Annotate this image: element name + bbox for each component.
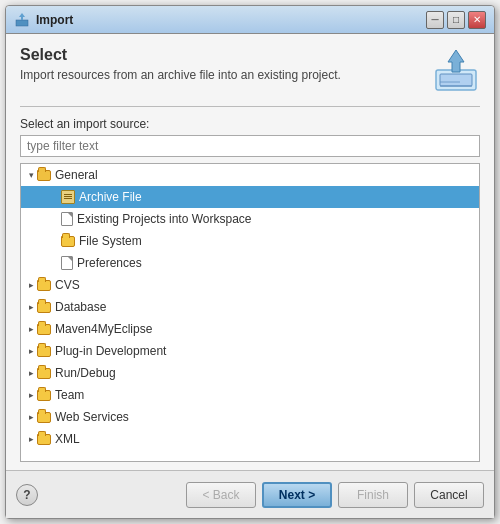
tree-arrow-existing [49,213,61,225]
tree-item-database[interactable]: Database [21,296,479,318]
svg-marker-4 [448,50,464,72]
tree-item-plugin-dev[interactable]: Plug-in Development [21,340,479,362]
folder-closed-icon-maven [37,324,51,335]
header-import-icon [432,46,480,94]
tree-item-cvs[interactable]: CVS [21,274,479,296]
folder-closed-icon-xml [37,434,51,445]
finish-button[interactable]: Finish [338,482,408,508]
title-bar-left: Import [14,12,73,28]
tree-item-preferences[interactable]: Preferences [21,252,479,274]
header-text: Select Import resources from an archive … [20,46,422,82]
folder-closed-icon-run-debug [37,368,51,379]
header-description: Import resources from an archive file in… [20,68,422,82]
tree-label-preferences: Preferences [77,256,142,270]
title-bar: Import ─ □ ✕ [6,6,494,34]
tree-label-existing-projects: Existing Projects into Workspace [77,212,252,226]
svg-marker-1 [19,13,25,20]
tree-arrow-web-services [25,411,37,423]
tree-arrow-cvs [25,279,37,291]
tree-container[interactable]: General Archive File Existing Projects i… [20,163,480,462]
tree-item-team[interactable]: Team [21,384,479,406]
import-dialog: Import ─ □ ✕ Select Import resources fro… [5,5,495,519]
tree-label-team: Team [55,388,84,402]
tree-item-file-system[interactable]: File System [21,230,479,252]
header-section: Select Import resources from an archive … [20,46,480,94]
tree-item-archive-file[interactable]: Archive File [21,186,479,208]
footer-left: ? [16,484,38,506]
tree-label-cvs: CVS [55,278,80,292]
filter-input[interactable] [20,135,480,157]
cancel-button[interactable]: Cancel [414,482,484,508]
header-title: Select [20,46,422,64]
dialog-footer: ? < Back Next > Finish Cancel [6,470,494,518]
tree-arrow-filesystem [49,235,61,247]
tree-label-maven: Maven4MyEclipse [55,322,152,336]
footer-buttons: < Back Next > Finish Cancel [186,482,484,508]
tree-arrow-plugin [25,345,37,357]
folder-closed-icon-plugin [37,346,51,357]
tree-arrow-run-debug [25,367,37,379]
folder-closed-icon-web-services [37,412,51,423]
tree-label-run-debug: Run/Debug [55,366,116,380]
help-button[interactable]: ? [16,484,38,506]
header-separator [20,106,480,107]
next-button[interactable]: Next > [262,482,332,508]
folder-closed-icon-team [37,390,51,401]
maximize-button[interactable]: □ [447,11,465,29]
tree-item-web-services[interactable]: Web Services [21,406,479,428]
tree-label-database: Database [55,300,106,314]
title-bar-buttons: ─ □ ✕ [426,11,486,29]
folder-closed-icon-database [37,302,51,313]
dialog-content: Select Import resources from an archive … [6,34,494,470]
close-button[interactable]: ✕ [468,11,486,29]
tree-label-xml: XML [55,432,80,446]
back-button[interactable]: < Back [186,482,256,508]
tree-item-general[interactable]: General [21,164,479,186]
minimize-button[interactable]: ─ [426,11,444,29]
tree-label-file-system: File System [79,234,142,248]
file-icon-preferences [61,256,73,270]
tree-arrow-archive [49,191,61,203]
tree-item-xml[interactable]: XML [21,428,479,450]
tree-arrow-xml [25,433,37,445]
tree-arrow-preferences [49,257,61,269]
tree-arrow-general [25,169,37,181]
folder-open-icon [37,170,51,181]
tree-item-run-debug[interactable]: Run/Debug [21,362,479,384]
window-icon [14,12,30,28]
tree-label-web-services: Web Services [55,410,129,424]
tree-label-archive-file: Archive File [79,190,142,204]
folder-closed-icon-cvs [37,280,51,291]
file-icon-existing [61,212,73,226]
folder-closed-icon-filesystem [61,236,75,247]
svg-rect-0 [16,20,28,26]
source-label: Select an import source: [20,117,480,131]
tree-label-general: General [55,168,98,182]
tree-arrow-team [25,389,37,401]
tree-arrow-database [25,301,37,313]
svg-rect-3 [440,74,472,86]
tree-arrow-maven [25,323,37,335]
archive-file-icon [61,190,75,204]
window-title: Import [36,13,73,27]
tree-item-maven[interactable]: Maven4MyEclipse [21,318,479,340]
tree-label-plugin-dev: Plug-in Development [55,344,166,358]
tree-item-existing-projects[interactable]: Existing Projects into Workspace [21,208,479,230]
